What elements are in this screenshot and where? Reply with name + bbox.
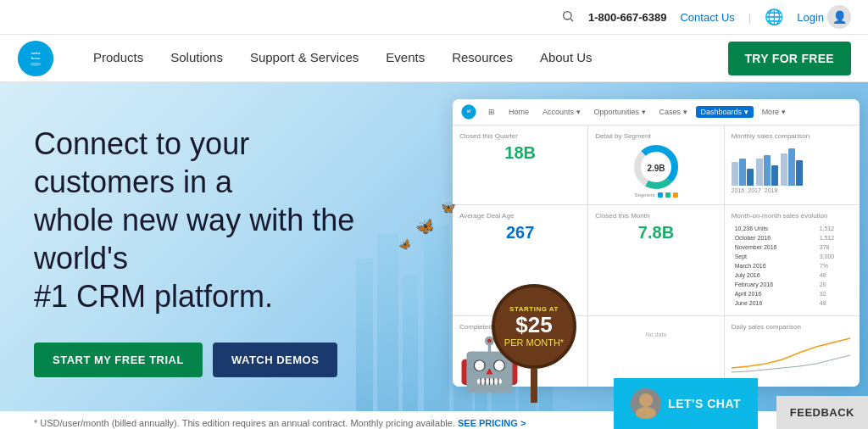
line-chart-daily xyxy=(732,334,850,376)
metric-empty: No data xyxy=(588,316,723,387)
tab-accounts[interactable]: Accounts ▾ xyxy=(537,106,586,118)
start-trial-button[interactable]: START MY FREE TRIAL xyxy=(34,343,203,377)
metric-monthly-sales: Monthly sales comparison xyxy=(725,125,860,204)
svg-text:sales: sales xyxy=(31,50,42,54)
login-button[interactable]: Login 👤 xyxy=(797,5,851,29)
svg-rect-9 xyxy=(424,225,449,411)
globe-icon[interactable]: 🌐 xyxy=(765,8,783,26)
metric-month-evolution: Month-on-month sales evolution 10,236 Un… xyxy=(725,205,860,315)
tab-opportunities[interactable]: Opportunities ▾ xyxy=(589,106,651,118)
hero-buttons: START MY FREE TRIAL WATCH DEMOS xyxy=(34,343,398,377)
svg-text:sf: sf xyxy=(467,109,471,114)
nav-item-about[interactable]: About Us xyxy=(526,35,606,82)
hero-headline: Connect to your customers in a whole new… xyxy=(34,125,398,315)
donut-chart: 2.9B xyxy=(632,143,680,191)
try-for-free-button[interactable]: TRY FOR FREE xyxy=(728,42,852,75)
svg-point-0 xyxy=(564,11,571,19)
divider: | xyxy=(748,11,751,24)
svg-text:force: force xyxy=(31,55,41,59)
user-avatar: 👤 xyxy=(827,5,851,29)
tab-home[interactable]: Home xyxy=(504,106,534,118)
dashboard-tabs: ⊞ Home Accounts ▾ Opportunities ▾ Cases … xyxy=(483,106,791,118)
svg-point-21 xyxy=(639,393,653,407)
metric-closed-quarter: Closed this Quarter 18B xyxy=(453,125,587,204)
sales-evolution-table: 10,236 Units1,512 October 20161,512 Nove… xyxy=(732,223,853,309)
watch-demos-button[interactable]: WATCH DEMOS xyxy=(213,343,337,377)
pricing-sign: STARTING AT $25 PER MONTH* xyxy=(492,284,576,403)
main-nav: sales force Products Solutions Support &… xyxy=(0,35,868,82)
search-icon[interactable] xyxy=(561,9,575,25)
svg-point-5 xyxy=(30,62,41,65)
nav-item-support[interactable]: Support & Services xyxy=(236,35,372,82)
metric-detail-segment: Detail by Segment 2.9B Segment xyxy=(588,125,723,204)
feedback-widget[interactable]: FEEDBACK xyxy=(776,396,868,429)
tab-more[interactable]: More ▾ xyxy=(757,106,791,118)
contact-us-link[interactable]: Contact Us xyxy=(680,11,734,24)
nav-item-products[interactable]: Products xyxy=(80,35,157,82)
svg-point-22 xyxy=(636,407,656,419)
tab-tables[interactable]: ⊞ xyxy=(483,106,500,118)
see-pricing-link[interactable]: SEE PRICING > xyxy=(458,418,526,428)
metric-closed-month: Closed this Month 7.8B xyxy=(588,205,723,315)
chat-avatar xyxy=(631,388,661,419)
metric-daily-comparison: Daily sales comparison xyxy=(725,316,860,387)
nav-item-resources[interactable]: Resources xyxy=(438,35,526,82)
bar-chart-monthly xyxy=(732,143,853,186)
phone-number: 1-800-667-6389 xyxy=(588,11,667,24)
lets-chat-widget[interactable]: LET'S CHAT xyxy=(614,378,758,429)
nav-item-solutions[interactable]: Solutions xyxy=(157,35,236,82)
chat-label: LET'S CHAT xyxy=(668,397,741,410)
dashboard-header: sf ⊞ Home Accounts ▾ Opportunities ▾ Cas… xyxy=(453,99,860,125)
nav-item-events[interactable]: Events xyxy=(372,35,438,82)
svg-text:2.9B: 2.9B xyxy=(647,164,665,173)
top-bar: 1-800-667-6389 Contact Us | 🌐 Login 👤 xyxy=(0,0,868,35)
hero-content: Connect to your customers in a whole new… xyxy=(34,125,398,377)
butterfly-2: 🦋 xyxy=(440,200,457,216)
nav-items: Products Solutions Support & Services Ev… xyxy=(80,35,728,82)
tab-dashboards[interactable]: Dashboards ▾ xyxy=(696,106,754,118)
sf-mini-logo: sf xyxy=(461,104,476,120)
hero-section: Connect to your customers in a whole new… xyxy=(0,82,868,411)
tab-cases[interactable]: Cases ▾ xyxy=(654,106,693,118)
svg-rect-8 xyxy=(403,276,418,411)
svg-line-1 xyxy=(570,19,573,21)
salesforce-logo[interactable]: sales force xyxy=(17,40,54,77)
